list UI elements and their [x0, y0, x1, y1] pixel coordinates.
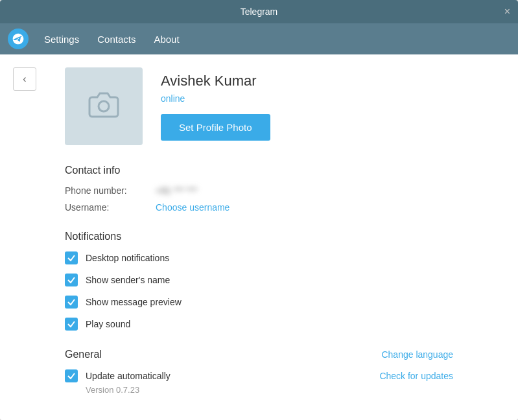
close-button[interactable]: ×	[504, 6, 510, 17]
desktop-notifications-label: Desktop notifications	[86, 253, 169, 263]
avatar-container	[65, 67, 143, 145]
version-text: Version 0.7.23	[86, 385, 492, 395]
check-updates-link[interactable]: Check for updates	[379, 371, 453, 381]
phone-label: Phone number:	[65, 185, 156, 196]
menu-item-settings[interactable]: Settings	[36, 29, 87, 50]
contact-info-title: Contact info	[65, 165, 492, 176]
phone-value: +91 *** ***	[156, 185, 197, 196]
show-preview-checkbox[interactable]	[65, 296, 78, 309]
window-title: Telegram	[241, 6, 278, 17]
desktop-notifications-row: Desktop notifications	[65, 251, 492, 264]
menu-bar: Settings Contacts About	[0, 23, 518, 54]
profile-section: Avishek Kumar online Set Profile Photo	[65, 67, 492, 145]
show-sender-label: Show sender's name	[86, 275, 170, 285]
back-button[interactable]: ‹	[13, 67, 36, 91]
camera-icon	[88, 89, 119, 123]
username-row: Username: Choose username	[65, 202, 492, 213]
choose-username-link[interactable]: Choose username	[156, 202, 230, 213]
profile-name: Avishek Kumar	[161, 73, 270, 89]
username-label: Username:	[65, 202, 156, 213]
notifications-title: Notifications	[65, 231, 492, 242]
notifications-section: Desktop notifications Show sender's name…	[65, 251, 492, 331]
chevron-left-icon: ‹	[23, 73, 26, 85]
general-header: General Change language	[65, 349, 492, 360]
show-preview-label: Show message preview	[86, 297, 182, 307]
contact-info-section: Phone number: +91 *** *** Username: Choo…	[65, 185, 492, 213]
menu-item-contacts[interactable]: Contacts	[89, 29, 143, 50]
content-area: ‹ Avishek Kumar online Set Profile Photo…	[0, 54, 518, 420]
show-sender-checkbox[interactable]	[65, 274, 78, 286]
svg-point-0	[99, 101, 109, 111]
play-sound-row: Play sound	[65, 318, 492, 331]
show-preview-row: Show message preview	[65, 296, 492, 309]
change-language-link[interactable]: Change language	[381, 349, 453, 360]
general-title: General	[65, 349, 102, 360]
play-sound-label: Play sound	[86, 319, 130, 329]
update-auto-row: Update automatically Check for updates	[65, 369, 492, 382]
title-bar: Telegram ×	[0, 0, 518, 23]
app-logo	[8, 29, 29, 49]
update-auto-label: Update automatically	[86, 371, 171, 381]
update-auto-left: Update automatically	[65, 369, 171, 382]
app-window: Telegram × Settings Contacts About ‹	[0, 0, 518, 420]
menu-item-about[interactable]: About	[146, 29, 187, 50]
profile-info: Avishek Kumar online Set Profile Photo	[161, 67, 270, 141]
show-sender-row: Show sender's name	[65, 274, 492, 286]
general-section: General Change language Update automatic…	[65, 349, 492, 395]
phone-row: Phone number: +91 *** ***	[65, 185, 492, 196]
profile-status: online	[161, 93, 270, 104]
desktop-notifications-checkbox[interactable]	[65, 251, 78, 264]
play-sound-checkbox[interactable]	[65, 318, 78, 331]
set-profile-photo-button[interactable]: Set Profile Photo	[161, 114, 270, 141]
update-auto-checkbox[interactable]	[65, 369, 78, 382]
